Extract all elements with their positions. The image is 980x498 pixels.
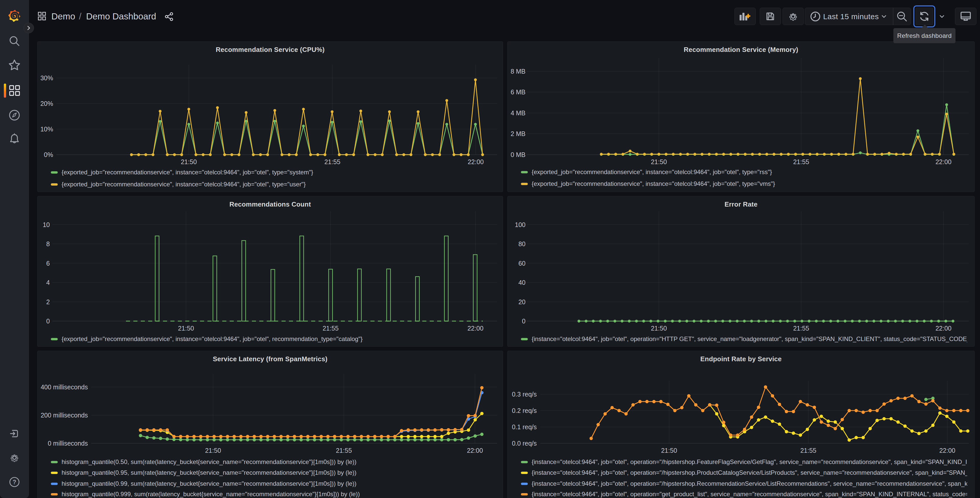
svg-text:40: 40 — [519, 279, 525, 286]
svg-text:6 MB: 6 MB — [511, 88, 525, 96]
svg-text:6: 6 — [46, 260, 50, 267]
svg-text:22:00: 22:00 — [939, 447, 956, 454]
svg-text:200 milliseconds: 200 milliseconds — [41, 412, 88, 419]
svg-text:0 MB: 0 MB — [511, 151, 525, 158]
svg-text:0: 0 — [522, 318, 525, 325]
svg-text:2: 2 — [46, 298, 50, 305]
svg-text:0%: 0% — [44, 151, 53, 158]
svg-text:22:00: 22:00 — [468, 158, 484, 165]
svg-text:30%: 30% — [40, 74, 53, 81]
svg-text:4: 4 — [46, 279, 50, 286]
svg-text:0.2 req/s: 0.2 req/s — [512, 407, 537, 414]
svg-text:22:00: 22:00 — [935, 158, 951, 165]
svg-text:8 MB: 8 MB — [511, 68, 525, 75]
svg-text:4 MB: 4 MB — [511, 109, 525, 117]
svg-text:0.1 req/s: 0.1 req/s — [512, 423, 537, 431]
svg-text:60: 60 — [519, 260, 525, 267]
svg-text:22:00: 22:00 — [467, 447, 483, 454]
svg-text:0: 0 — [46, 318, 50, 325]
svg-text:0.3 req/s: 0.3 req/s — [512, 391, 537, 398]
svg-text:21:50: 21:50 — [651, 325, 667, 332]
svg-text:22:00: 22:00 — [468, 325, 484, 332]
svg-text:21:55: 21:55 — [323, 325, 339, 332]
svg-text:21:50: 21:50 — [205, 447, 221, 454]
svg-text:0 milliseconds: 0 milliseconds — [48, 440, 88, 447]
svg-text:10%: 10% — [40, 126, 53, 132]
svg-text:8: 8 — [46, 240, 50, 247]
svg-text:21:55: 21:55 — [793, 158, 809, 165]
svg-text:21:55: 21:55 — [800, 447, 816, 454]
svg-text:?: ? — [13, 479, 16, 485]
svg-text:2 MB: 2 MB — [511, 130, 525, 137]
svg-text:21:55: 21:55 — [793, 325, 809, 332]
svg-text:20: 20 — [519, 298, 525, 305]
svg-text:20%: 20% — [40, 100, 53, 107]
svg-text:21:50: 21:50 — [661, 447, 677, 454]
svg-text:22:00: 22:00 — [935, 325, 951, 332]
svg-text:0.0 req/s: 0.0 req/s — [512, 440, 537, 447]
svg-text:80: 80 — [519, 240, 525, 247]
svg-text:10: 10 — [43, 221, 50, 228]
svg-text:21:50: 21:50 — [651, 158, 667, 165]
svg-text:21:50: 21:50 — [181, 158, 197, 165]
svg-text:21:50: 21:50 — [178, 325, 194, 332]
svg-text:100: 100 — [515, 221, 525, 228]
svg-text:400 milliseconds: 400 milliseconds — [41, 383, 88, 391]
svg-text:21:55: 21:55 — [336, 447, 352, 454]
svg-text:21:55: 21:55 — [325, 158, 340, 165]
